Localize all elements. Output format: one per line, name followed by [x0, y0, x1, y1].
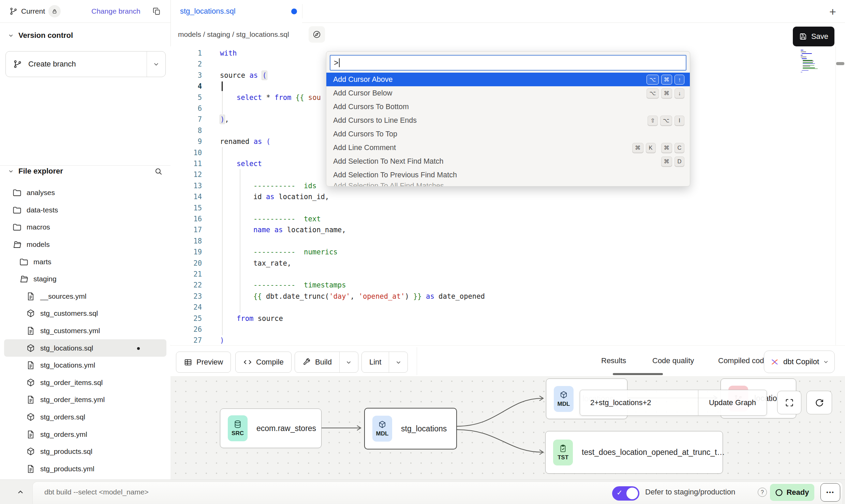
line-number: 19 [171, 247, 202, 257]
code-line[interactable]: 25from source [171, 313, 835, 324]
file-tree-item[interactable]: stg_products.yml [4, 460, 166, 478]
command-item[interactable]: Add Cursors To Top [326, 127, 690, 141]
update-graph-button[interactable]: Update Graph [698, 390, 767, 415]
defer-toggle[interactable]: ✓ [612, 486, 639, 501]
code-line[interactable]: 18 [171, 236, 835, 247]
file-tree-item[interactable]: stg_locations.yml [4, 357, 166, 374]
current-branch[interactable]: Current [10, 0, 61, 23]
code-line[interactable]: 17name as location_name, [171, 224, 835, 235]
file-tree-item[interactable]: stg_order_items.sql [4, 374, 166, 391]
code-line[interactable]: 23{{ dbt.date_trunc('day', 'opened_at') … [171, 291, 835, 302]
compile-button[interactable]: Compile [235, 352, 292, 373]
navigate-icon[interactable] [309, 26, 325, 43]
preview-button[interactable]: Preview [176, 352, 231, 373]
wrench-icon [302, 358, 311, 367]
cube-icon [559, 390, 568, 399]
chevron-down-icon [346, 359, 352, 365]
file-tree-item[interactable]: staging [4, 270, 166, 288]
command-palette-input[interactable]: > [330, 55, 686, 71]
lineage-search-input[interactable]: 2+stg_locations+2 [580, 390, 698, 415]
lineage-node-stg-locations[interactable]: MDL stg_locations [364, 408, 457, 449]
file-name: stg_products.yml [40, 465, 94, 473]
build-button[interactable]: Build [295, 352, 358, 373]
version-control-header[interactable]: Version control [8, 27, 73, 44]
command-item[interactable]: Add Selection To Previous Find Match [326, 168, 690, 182]
file-tree-item[interactable]: analyses [4, 184, 166, 202]
command-placeholder[interactable]: dbt build --select <model_name> [44, 480, 149, 504]
file-tree-item[interactable]: __sources.yml [4, 288, 166, 305]
chevron-up-icon[interactable] [15, 487, 26, 498]
file-tree-item[interactable]: stg_orders.sql [4, 409, 166, 426]
command-label: Add Cursor Below [333, 89, 392, 98]
copy-icon[interactable] [152, 0, 161, 23]
code-line[interactable]: 16---------- text [171, 213, 835, 224]
lineage-graph[interactable]: MDL locations locations SRC [171, 376, 845, 479]
lint-dropdown[interactable] [389, 352, 407, 372]
command-item[interactable]: Add Cursors To Bottom [326, 100, 690, 114]
change-branch-link[interactable]: Change branch [91, 0, 140, 23]
tab-results[interactable]: Results [601, 346, 626, 376]
command-item[interactable]: Add Line Comment⌘K⌘C [326, 141, 690, 154]
command-item[interactable]: Add Cursor Above⌥⌘↑ [326, 73, 690, 86]
scrollbar-thumb[interactable] [836, 62, 844, 65]
dbt-copilot-button[interactable]: dbt Copilot [764, 351, 835, 373]
key-chip: ⌘ [661, 75, 672, 85]
file-tree-item[interactable]: stg_locations.sql [4, 339, 166, 357]
command-item[interactable]: Add Cursor Below⌥⌘↓ [326, 86, 690, 100]
command-item[interactable]: Add Cursors to Line Ends⇧⌥I [326, 114, 690, 127]
file-tree-item[interactable]: stg_customers.sql [4, 305, 166, 322]
tab-code-quality[interactable]: Code quality [652, 346, 694, 376]
minimap-line [802, 58, 807, 59]
file-name: staging [33, 275, 57, 283]
command-item-clipped[interactable]: Add Selection To All Find Matches [326, 182, 690, 186]
tab-compiled-code[interactable]: Compiled code [718, 346, 768, 376]
file-tree-item[interactable]: stg_customers.yml [4, 322, 166, 340]
fullscreen-button[interactable] [777, 391, 801, 414]
code-line[interactable]: 15 [171, 203, 835, 213]
command-item[interactable]: Add Selection To Next Find Match⌘D [326, 154, 690, 168]
model-icon [26, 412, 35, 422]
lineage-node-test[interactable]: TST test_does_location_opened_at_trunc_t… [545, 431, 723, 474]
minimap-line [801, 52, 816, 53]
minimap-line [801, 51, 806, 52]
code-line[interactable]: 24 [171, 302, 835, 313]
refresh-button[interactable] [806, 391, 832, 414]
code-line[interactable]: 26 [171, 324, 835, 335]
help-icon[interactable]: ? [758, 488, 767, 497]
minimap-line [801, 67, 816, 68]
create-branch-dropdown[interactable] [147, 61, 165, 67]
code-line[interactable]: 20tax_rate, [171, 258, 835, 269]
create-branch-button[interactable]: Create branch [5, 51, 166, 77]
command-label: Add Line Comment [333, 144, 396, 152]
save-button[interactable]: Save [793, 27, 834, 46]
minimap-line [801, 50, 816, 51]
new-tab-button[interactable]: + [825, 4, 840, 19]
model-badge: MDL [372, 416, 392, 442]
build-dropdown[interactable] [340, 352, 358, 372]
chevron-down-icon [823, 359, 829, 365]
file-tree-item[interactable]: stg_orders.yml [4, 426, 166, 443]
search-icon[interactable] [154, 167, 163, 176]
lineage-node-ecom-raw-stores[interactable]: SRC ecom.raw_stores [220, 409, 322, 448]
file-tree-item[interactable]: stg_order_items.yml [4, 391, 166, 409]
file-tree-item[interactable]: stg_products.sql [4, 443, 166, 460]
file-tree-item[interactable]: macros [4, 219, 166, 236]
minimap-line [801, 54, 816, 55]
database-icon [233, 420, 242, 429]
file-tree-item[interactable]: data-tests [4, 202, 166, 219]
code-line[interactable]: 19---------- numerics [171, 247, 835, 257]
code-line[interactable]: 14id as location_id, [171, 191, 835, 202]
code-line[interactable]: 22---------- timestamps [171, 280, 835, 291]
more-options-button[interactable]: ••• [820, 483, 840, 502]
lint-button[interactable]: Lint [361, 352, 408, 373]
file-tree-item[interactable]: models [4, 236, 166, 253]
code-line[interactable]: 21 [171, 269, 835, 280]
minimap[interactable] [801, 50, 816, 73]
file-explorer-header[interactable]: File explorer [8, 163, 63, 179]
editor-tab[interactable]: stg_locations.sql [180, 0, 236, 23]
file-tree-item[interactable]: marts [4, 253, 166, 270]
lint-label: Lint [369, 358, 381, 367]
code-line[interactable]: 27) [171, 335, 835, 345]
ready-status-badge[interactable]: Ready [770, 484, 814, 501]
key-chip: I [674, 116, 684, 125]
